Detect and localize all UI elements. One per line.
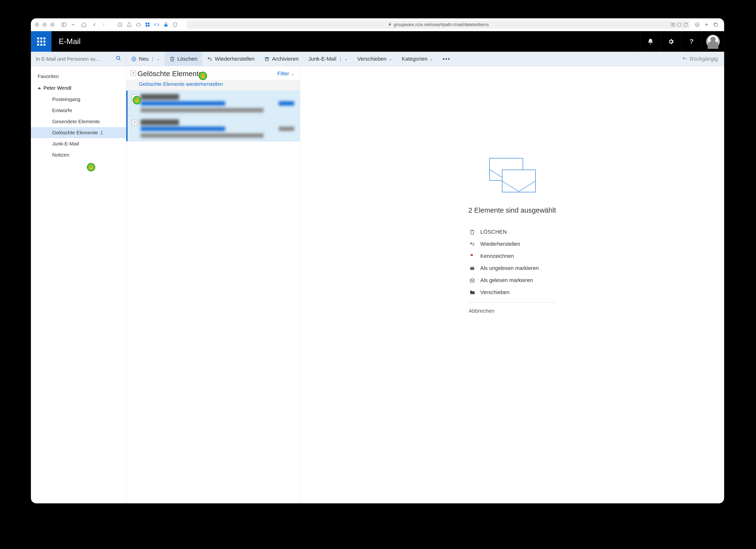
url-bar[interactable]: groupware.rrze.net/owa/#path=/mail/delet…: [187, 21, 690, 29]
action-flag[interactable]: Kennzeichnen: [469, 250, 556, 262]
home-icon[interactable]: [79, 20, 88, 29]
svg-rect-7: [148, 25, 150, 27]
message-item[interactable]: ✓: [126, 116, 300, 141]
close-window-icon[interactable]: [35, 22, 39, 27]
traffic-lights: [35, 22, 55, 27]
account-name: Peter Wendl: [43, 85, 71, 91]
action-mark-unread[interactable]: Als ungelesen markieren: [469, 262, 556, 274]
sidebar-toggle-icon[interactable]: [59, 20, 69, 29]
chevron-down-icon[interactable]: ⌄: [430, 57, 433, 61]
search-input[interactable]: In E-Mail und Personen su…: [31, 52, 126, 66]
chevron-down-icon: ⌄: [291, 71, 294, 76]
move-label: Verschieben: [357, 56, 386, 62]
svg-rect-9: [389, 24, 391, 25]
filter-button[interactable]: Filter ⌄: [277, 71, 294, 77]
select-all-checkbox[interactable]: ✓: [131, 71, 136, 76]
user-avatar[interactable]: [706, 35, 720, 48]
action-cancel[interactable]: Abbrechen: [469, 305, 556, 317]
restore-button[interactable]: Wiederherstellen: [202, 52, 259, 66]
archive-label: Archivieren: [272, 56, 299, 62]
chevron-down-icon[interactable]: ⌄: [157, 57, 160, 61]
reader-icon[interactable]: [677, 22, 682, 27]
extension-icon[interactable]: [143, 20, 152, 29]
undo-icon: [469, 241, 476, 247]
flag-icon: [469, 253, 476, 259]
lock-icon[interactable]: [161, 20, 171, 29]
undo-button[interactable]: Rückgängig: [676, 56, 724, 62]
action-restore[interactable]: Wiederherstellen: [469, 238, 556, 250]
url-lock-icon: [388, 22, 392, 27]
undo-icon: [682, 56, 687, 62]
mail-open-icon: [469, 278, 476, 283]
folder-icon: [469, 290, 476, 295]
action-delete[interactable]: LÖSCHEN: [469, 226, 556, 238]
folder-junk[interactable]: Junk-E-Mail: [31, 138, 126, 149]
categories-button[interactable]: Kategorien ⌄: [397, 52, 438, 66]
move-button[interactable]: Verschieben ⌄: [352, 52, 397, 66]
browser-chrome: groupware.rrze.net/owa/#path=/mail/delet…: [31, 18, 724, 31]
message-checkbox[interactable]: ✓: [132, 120, 137, 125]
shield-icon[interactable]: [171, 20, 180, 29]
chevron-down-icon[interactable]: ⌄: [389, 57, 392, 61]
svg-rect-17: [714, 23, 717, 26]
unread-count: 1: [100, 130, 103, 135]
divider: [469, 302, 556, 303]
mail-closed-icon: [469, 265, 476, 271]
history-icon[interactable]: [115, 20, 125, 29]
reading-pane: 2 Elemente sind ausgewählt LÖSCHEN Wiede…: [300, 66, 724, 503]
junk-button[interactable]: Junk-E-Mail |⌄: [303, 52, 352, 66]
favorites-section[interactable]: Favoriten: [31, 71, 126, 82]
download-icon[interactable]: [693, 20, 702, 29]
folder-pane: Favoriten Peter Wendl Posteingang Entwür…: [31, 66, 126, 503]
search-icon: [116, 56, 121, 62]
svg-rect-8: [164, 24, 168, 27]
folder-inbox[interactable]: Posteingang: [31, 94, 126, 105]
folder-title: Gelöschte Elemente: [137, 70, 203, 78]
cloud-icon[interactable]: [134, 20, 143, 29]
folder-sent[interactable]: Gesendete Elemente: [31, 116, 126, 127]
notifications-button[interactable]: [640, 31, 661, 52]
translate-icon[interactable]: [670, 22, 675, 27]
action-mark-read[interactable]: Als gelesen markieren: [469, 274, 556, 286]
plus-circle-icon: [131, 56, 136, 62]
message-checkbox[interactable]: ✓: [132, 94, 137, 100]
more-button[interactable]: •••: [438, 52, 455, 66]
apps-grid-icon: [37, 37, 45, 46]
svg-rect-6: [146, 25, 147, 27]
account-node[interactable]: Peter Wendl: [31, 82, 126, 94]
maximize-window-icon[interactable]: [50, 22, 55, 27]
forward-icon: [99, 20, 108, 29]
back-icon[interactable]: [90, 20, 99, 29]
archive-button[interactable]: Archivieren: [259, 52, 303, 66]
message-list-pane: ✓ Gelöschte Elemente Filter ⌄ Gelöschte …: [126, 66, 300, 503]
bulk-actions: LÖSCHEN Wiederherstellen Kennzeichnen Al…: [469, 226, 556, 317]
folder-notes[interactable]: Notizen: [31, 149, 126, 160]
collapse-icon: [38, 87, 41, 89]
selection-count-text: 2 Elemente sind ausgewählt: [468, 206, 556, 214]
app-launcher-button[interactable]: [31, 31, 51, 52]
devtools-icon[interactable]: [152, 20, 161, 29]
reload-icon[interactable]: [683, 22, 688, 27]
minimize-window-icon[interactable]: [43, 22, 47, 27]
share-icon[interactable]: [125, 20, 134, 29]
new-button[interactable]: Neu |⌄: [126, 52, 165, 66]
new-label: Neu: [139, 56, 149, 62]
svg-rect-0: [62, 23, 66, 27]
settings-button[interactable]: [661, 31, 681, 52]
tabs-icon[interactable]: [711, 20, 720, 29]
chevron-down-icon[interactable]: ⌄: [344, 57, 348, 61]
folder-drafts[interactable]: Entwürfe: [31, 105, 126, 116]
svg-rect-11: [673, 23, 675, 26]
archive-icon: [264, 56, 270, 62]
new-tab-icon[interactable]: [702, 20, 711, 29]
help-button[interactable]: ?: [681, 31, 702, 52]
action-move[interactable]: Verschieben: [469, 286, 556, 299]
message-item[interactable]: ✓: [126, 91, 300, 116]
url-text: groupware.rrze.net/owa/#path=/mail/delet…: [394, 22, 489, 27]
delete-button[interactable]: Löschen: [165, 52, 202, 66]
folder-deleted[interactable]: Gelöschte Elemente 1: [31, 127, 126, 138]
categories-label: Kategorien: [402, 56, 427, 62]
svg-rect-4: [146, 23, 147, 24]
chevron-down-icon[interactable]: [69, 20, 78, 29]
restore-deleted-link[interactable]: Gelöschte Elemente wiederherstellen: [126, 80, 300, 91]
